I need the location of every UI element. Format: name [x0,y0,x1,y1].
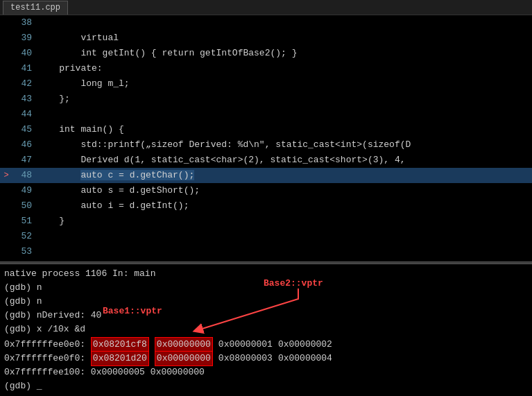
line-number: 53 [12,244,37,259]
line-number: 43 [12,92,37,107]
line-number: 41 [12,61,37,76]
memory-value: 0x00000000 [155,351,213,366]
line-content: } [37,214,65,229]
memory-value: 0x08000003 [218,352,273,365]
code-line: 38 [0,15,532,31]
line-number: 51 [12,214,37,229]
code-line: 52 [0,229,532,244]
line-content: long m_l; [37,76,130,92]
memory-value: 0x00000000 [155,337,213,352]
code-line: 42 long m_l; [0,76,532,92]
terminal-text: (gdb) x /10x &d [4,322,85,336]
memory-address: 0x7ffffffee0e0: [4,338,91,352]
terminal[interactable]: native process 1106 In: main (gdb) n(gdb… [0,264,532,396]
line-content: int main() { [37,122,124,137]
base2-vptr-annotation: Base2::vptr [264,278,323,289]
line-content: virtual [37,31,119,46]
terminal-text: (gdb) n [4,281,42,295]
memory-value: 0x00000005 [91,365,145,379]
line-arrow: > [0,168,12,183]
memory-value: 0x08201cf8 [91,337,149,352]
terminal-header-text: native process 1106 In: main [4,267,155,281]
line-number: 50 [12,198,37,214]
memory-value: 0x00000004 [278,352,332,365]
code-line: 53 [0,244,532,259]
memory-value: 0x00000000 [151,365,205,379]
terminal-prompt-text: (gdb) _ [4,379,42,393]
code-line: 46 std::printf(„sizeof Derived: %d\n", s… [0,137,532,153]
terminal-line: (gdb) nDerived: 40 [4,309,528,322]
tab-bar: test11.cpp [0,0,532,15]
code-line: 40 int getInt() { return getIntOfBase2()… [0,46,532,61]
line-number: 48 [12,168,37,183]
memory-address: 0x7ffffffee100: [4,365,91,379]
line-number: 49 [12,183,37,198]
line-content: int getInt() { return getIntOfBase2(); } [37,46,297,61]
terminal-line: (gdb) x /10x &d [4,322,528,336]
line-content: private: [37,61,103,76]
memory-area: 0x7ffffffee0e0: 0x08201cf80x000000000x00… [4,338,528,393]
code-lines: 3839 virtual40 int getInt() { return get… [0,15,532,261]
line-content: auto s = d.getShort(); [37,183,200,198]
memory-address: 0x7ffffffee0f0: [4,352,91,365]
line-number: 46 [12,137,37,153]
terminal-text: (gdb) n [4,295,42,309]
code-line: 44 [0,107,532,122]
memory-value: 0x00000002 [278,338,332,352]
code-line: 43 }; [0,92,532,107]
line-number: 47 [12,153,37,168]
line-number: 42 [12,76,37,92]
memory-value: 0x08201d20 [91,351,149,366]
code-line: 50 auto i = d.getInt(); [0,198,532,214]
line-number: 45 [12,122,37,137]
code-line: >48 auto c = d.getChar(); [0,168,532,183]
line-content: auto c = d.getChar(); [37,168,194,183]
memory-row: 0x7ffffffee0f0: 0x08201d200x000000000x08… [4,352,528,365]
code-line: 41 private: [0,61,532,76]
base1-vptr-annotation: Base1::vptr [103,306,162,316]
code-line: 54 [0,259,532,261]
code-line: 51 } [0,214,532,229]
code-line: 39 virtual [0,31,532,46]
terminal-line: (gdb) n [4,295,528,309]
memory-value: 0x00000001 [218,338,273,352]
line-number: 39 [12,31,37,46]
code-editor: 3839 virtual40 int getInt() { return get… [0,15,532,261]
code-line: 47 Derived d(1, static_cast<char>(2), st… [0,153,532,168]
line-content: auto i = d.getInt(); [37,198,189,214]
terminal-text: (gdb) nDerived: 40 [4,309,101,322]
line-content: }; [37,92,70,107]
line-content: Derived d(1, static_cast<char>(2), stati… [37,153,406,168]
line-number: 40 [12,46,37,61]
terminal-content: (gdb) n(gdb) n(gdb) nDerived: 40(gdb) x … [4,281,528,393]
line-number: 52 [12,229,37,244]
line-number: 54 [12,259,37,261]
memory-row: 0x7ffffffee0e0: 0x08201cf80x000000000x00… [4,338,528,352]
line-number: 38 [12,15,37,31]
line-content: std::printf(„sizeof Derived: %d\n", stat… [37,137,411,153]
code-line: 49 auto s = d.getShort(); [0,183,532,198]
terminal-prompt: (gdb) _ [4,379,528,393]
line-number: 44 [12,107,37,122]
file-tab[interactable]: test11.cpp [3,1,68,15]
memory-row: 0x7ffffffee100: 0x000000050x00000000 [4,365,528,379]
code-line: 45 int main() { [0,122,532,137]
tab-label: test11.cpp [10,3,60,12]
